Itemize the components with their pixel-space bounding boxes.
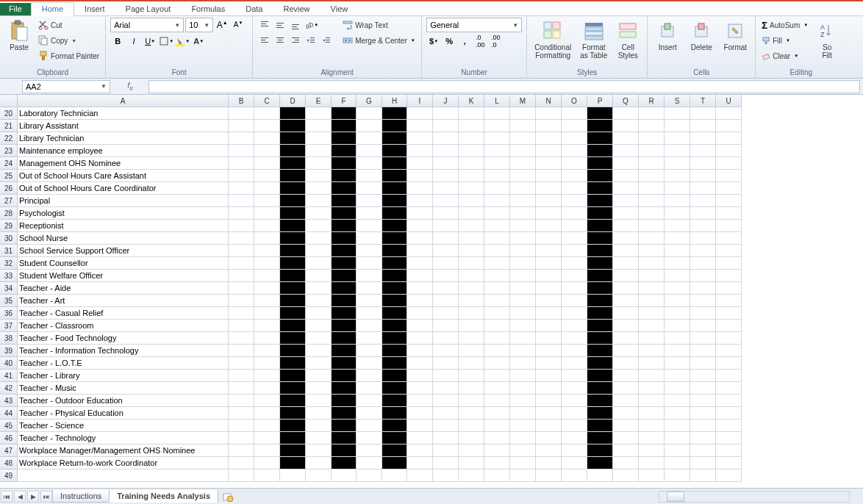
cell[interactable] [562,232,587,245]
cell[interactable] [382,444,407,457]
cell[interactable] [332,382,357,395]
col-header-I[interactable]: I [407,95,433,107]
cell[interactable] [433,145,459,157]
cell[interactable] [229,457,254,469]
cell[interactable]: Principal [18,195,229,207]
cell[interactable] [690,220,716,232]
cell[interactable] [306,182,332,195]
cell[interactable] [562,145,587,157]
cell[interactable] [306,145,332,157]
cell[interactable] [254,407,280,420]
cell[interactable] [484,207,510,220]
cell[interactable] [536,295,562,307]
cell[interactable] [716,245,742,257]
cell[interactable] [459,469,484,482]
cell[interactable] [229,270,254,282]
cell[interactable] [484,132,510,145]
row-header[interactable]: 41 [0,370,18,382]
cell[interactable] [407,320,433,332]
cell[interactable] [587,282,613,295]
cell[interactable] [613,132,639,145]
cell[interactable] [690,307,716,320]
col-header-B[interactable]: B [229,95,254,107]
cell[interactable] [254,457,280,469]
col-header-O[interactable]: O [562,95,587,107]
tab-review[interactable]: Review [273,3,320,15]
cell[interactable] [407,395,433,407]
cell[interactable] [280,407,306,420]
cell[interactable] [254,245,280,257]
cell[interactable] [665,370,690,382]
cell[interactable] [306,357,332,370]
cell[interactable] [407,420,433,432]
cell[interactable] [382,420,407,432]
cell[interactable] [280,257,306,270]
cell[interactable] [229,107,254,120]
cell[interactable] [254,307,280,320]
cell[interactable] [407,357,433,370]
cell[interactable] [280,307,306,320]
cell[interactable] [562,420,587,432]
cell[interactable] [690,245,716,257]
cell[interactable] [280,370,306,382]
cell[interactable] [613,170,639,182]
cell[interactable] [716,107,742,120]
cell[interactable] [407,195,433,207]
cell[interactable] [229,195,254,207]
cell[interactable] [357,170,382,182]
cell[interactable] [407,332,433,345]
cell[interactable] [229,320,254,332]
cell[interactable] [254,320,280,332]
cell[interactable] [510,245,536,257]
cell[interactable] [690,295,716,307]
cell[interactable] [332,332,357,345]
cell[interactable] [332,420,357,432]
cell[interactable] [716,295,742,307]
cell[interactable] [484,145,510,157]
cell[interactable] [254,107,280,120]
cell[interactable] [357,320,382,332]
cell[interactable] [382,157,407,170]
cell[interactable] [459,395,484,407]
cell[interactable] [254,395,280,407]
cell[interactable] [332,345,357,357]
cell[interactable]: Teacher - Physical Education [18,407,229,420]
insert-cells-button[interactable]: Insert [652,18,683,53]
cell[interactable] [229,132,254,145]
cell[interactable] [332,107,357,120]
cell[interactable] [229,120,254,132]
cell[interactable] [639,382,665,395]
cell[interactable] [382,395,407,407]
row-header[interactable]: 42 [0,382,18,395]
cell[interactable] [357,420,382,432]
cell[interactable] [407,170,433,182]
accounting-format-button[interactable]: $▼ [426,34,441,48]
cell[interactable] [357,307,382,320]
cell[interactable] [536,145,562,157]
cell[interactable] [229,370,254,382]
row-header[interactable]: 21 [0,120,18,132]
cell[interactable] [229,357,254,370]
cell[interactable] [690,382,716,395]
name-box[interactable]: AA2▼ [22,80,110,93]
tab-data[interactable]: Data [235,3,273,15]
cell[interactable] [459,420,484,432]
cell[interactable] [407,370,433,382]
cell[interactable] [357,357,382,370]
row-header[interactable]: 34 [0,282,18,295]
cell[interactable] [716,395,742,407]
cell[interactable] [332,444,357,457]
cell[interactable] [229,469,254,482]
cell[interactable] [716,270,742,282]
cell[interactable] [690,370,716,382]
cell[interactable] [587,145,613,157]
cell[interactable] [229,282,254,295]
cell[interactable] [639,345,665,357]
cell[interactable] [357,444,382,457]
align-left-button[interactable] [257,33,272,48]
cell[interactable] [665,295,690,307]
cell[interactable] [229,407,254,420]
cell[interactable] [510,295,536,307]
col-header-J[interactable]: J [433,95,459,107]
cell[interactable] [332,182,357,195]
